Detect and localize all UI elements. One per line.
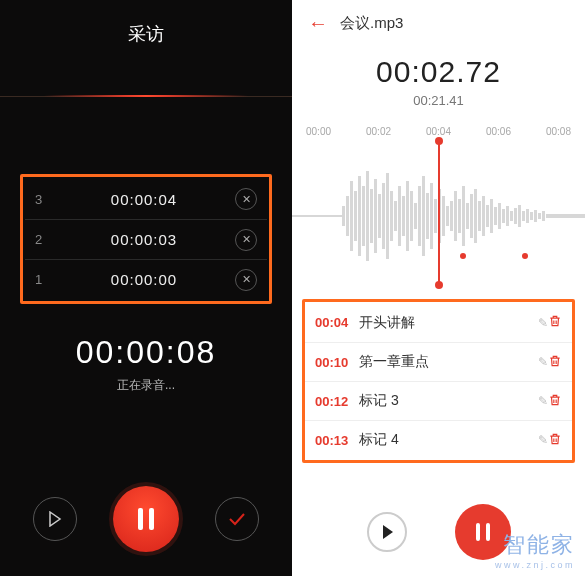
edit-icon[interactable]: ✎ bbox=[538, 316, 548, 330]
trash-icon[interactable] bbox=[548, 354, 562, 371]
bookmark-time: 00:13 bbox=[315, 433, 359, 448]
svg-rect-3 bbox=[350, 181, 353, 251]
svg-rect-13 bbox=[390, 191, 393, 241]
check-icon bbox=[228, 512, 246, 526]
player-filename: 会议.mp3 bbox=[340, 14, 403, 33]
svg-rect-41 bbox=[502, 209, 505, 223]
trash-icon[interactable] bbox=[548, 393, 562, 410]
svg-rect-49 bbox=[534, 210, 537, 222]
bookmark-row[interactable]: 00:04 开头讲解 ✎ bbox=[305, 303, 572, 342]
mark-time: 00:00:04 bbox=[53, 191, 235, 208]
svg-rect-18 bbox=[410, 191, 413, 241]
delete-mark-icon[interactable]: ✕ bbox=[235, 269, 257, 291]
svg-rect-37 bbox=[486, 205, 489, 227]
mark-index: 1 bbox=[35, 272, 53, 287]
player-header: ← 会议.mp3 bbox=[292, 0, 585, 39]
svg-rect-50 bbox=[538, 213, 541, 219]
svg-rect-28 bbox=[450, 201, 453, 231]
svg-rect-14 bbox=[394, 201, 397, 231]
watermark-url: www.znj.com bbox=[495, 560, 575, 570]
bookmark-time: 00:04 bbox=[315, 315, 359, 330]
svg-rect-23 bbox=[430, 183, 433, 249]
mark-row[interactable]: 1 00:00:00 ✕ bbox=[25, 259, 267, 299]
bookmark-time: 00:12 bbox=[315, 394, 359, 409]
player-total-time: 00:21.41 bbox=[292, 93, 585, 108]
svg-rect-39 bbox=[494, 207, 497, 225]
delete-mark-icon[interactable]: ✕ bbox=[235, 188, 257, 210]
recorder-waveform bbox=[0, 66, 292, 126]
axis-tick: 00:08 bbox=[546, 126, 571, 137]
back-icon[interactable]: ← bbox=[308, 12, 328, 35]
marks-list: 3 00:00:04 ✕ 2 00:00:03 ✕ 1 00:00:00 ✕ bbox=[20, 174, 272, 304]
svg-rect-43 bbox=[510, 211, 513, 221]
svg-rect-22 bbox=[426, 193, 429, 239]
play-button[interactable] bbox=[367, 512, 407, 552]
mark-index: 2 bbox=[35, 232, 53, 247]
svg-rect-27 bbox=[446, 206, 449, 226]
mark-index: 3 bbox=[35, 192, 53, 207]
svg-rect-35 bbox=[478, 201, 481, 231]
svg-rect-16 bbox=[402, 196, 405, 236]
play-icon bbox=[380, 524, 394, 540]
bookmark-row[interactable]: 00:10 第一章重点 ✎ bbox=[305, 342, 572, 381]
svg-rect-40 bbox=[498, 203, 501, 229]
svg-rect-24 bbox=[434, 199, 437, 233]
playhead[interactable] bbox=[438, 141, 440, 285]
axis-tick: 00:02 bbox=[366, 126, 391, 137]
bookmark-label: 标记 3 bbox=[359, 392, 532, 410]
bookmark-marker-icon[interactable] bbox=[522, 253, 528, 259]
svg-rect-44 bbox=[514, 208, 517, 224]
svg-rect-0 bbox=[292, 215, 342, 217]
trash-icon[interactable] bbox=[548, 314, 562, 331]
bookmark-label: 第一章重点 bbox=[359, 353, 532, 371]
svg-rect-21 bbox=[422, 176, 425, 256]
mark-row[interactable]: 3 00:00:04 ✕ bbox=[25, 179, 267, 219]
edit-icon[interactable]: ✎ bbox=[538, 355, 548, 369]
axis-tick: 00:00 bbox=[306, 126, 331, 137]
pause-icon bbox=[138, 508, 154, 530]
bookmark-row[interactable]: 00:13 标记 4 ✎ bbox=[305, 420, 572, 459]
svg-rect-31 bbox=[462, 186, 465, 246]
recorder-screen: 采访 3 00:00:04 ✕ 2 00:00:03 ✕ 1 00:00:00 … bbox=[0, 0, 292, 576]
bookmark-row[interactable]: 00:12 标记 3 ✎ bbox=[305, 381, 572, 420]
player-controls bbox=[292, 504, 585, 560]
pause-icon bbox=[476, 523, 490, 541]
done-button[interactable] bbox=[215, 497, 259, 541]
mark-row[interactable]: 2 00:00:03 ✕ bbox=[25, 219, 267, 259]
recorder-elapsed: 00:00:08 bbox=[0, 334, 292, 371]
delete-mark-icon[interactable]: ✕ bbox=[235, 229, 257, 251]
svg-rect-15 bbox=[398, 186, 401, 246]
recorder-controls bbox=[0, 486, 292, 552]
svg-rect-46 bbox=[522, 211, 525, 221]
trash-icon[interactable] bbox=[548, 432, 562, 449]
svg-rect-52 bbox=[546, 214, 585, 218]
svg-rect-17 bbox=[406, 181, 409, 251]
svg-rect-51 bbox=[542, 211, 545, 221]
svg-rect-19 bbox=[414, 203, 417, 229]
svg-rect-34 bbox=[474, 189, 477, 243]
svg-rect-30 bbox=[458, 199, 461, 233]
pause-button[interactable] bbox=[455, 504, 511, 560]
svg-rect-48 bbox=[530, 212, 533, 220]
recorder-title: 采访 bbox=[0, 0, 292, 62]
svg-rect-6 bbox=[362, 186, 365, 246]
player-waveform[interactable] bbox=[292, 141, 585, 291]
svg-rect-7 bbox=[366, 171, 369, 261]
edit-icon[interactable]: ✎ bbox=[538, 433, 548, 447]
svg-rect-12 bbox=[386, 173, 389, 259]
bookmark-label: 开头讲解 bbox=[359, 314, 532, 332]
mark-time: 00:00:00 bbox=[53, 271, 235, 288]
pause-record-button[interactable] bbox=[113, 486, 179, 552]
mark-time: 00:00:03 bbox=[53, 231, 235, 248]
svg-rect-26 bbox=[442, 196, 445, 236]
bookmark-marker-icon[interactable] bbox=[460, 253, 466, 259]
play-icon bbox=[48, 511, 62, 527]
player-current-time: 00:02.72 bbox=[292, 55, 585, 89]
svg-rect-20 bbox=[418, 186, 421, 246]
svg-rect-36 bbox=[482, 196, 485, 236]
play-button[interactable] bbox=[33, 497, 77, 541]
bookmarks-list: 00:04 开头讲解 ✎ 00:10 第一章重点 ✎ 00:12 标记 3 ✎ … bbox=[302, 299, 575, 463]
edit-icon[interactable]: ✎ bbox=[538, 394, 548, 408]
bookmark-label: 标记 4 bbox=[359, 431, 532, 449]
svg-rect-10 bbox=[378, 194, 381, 238]
